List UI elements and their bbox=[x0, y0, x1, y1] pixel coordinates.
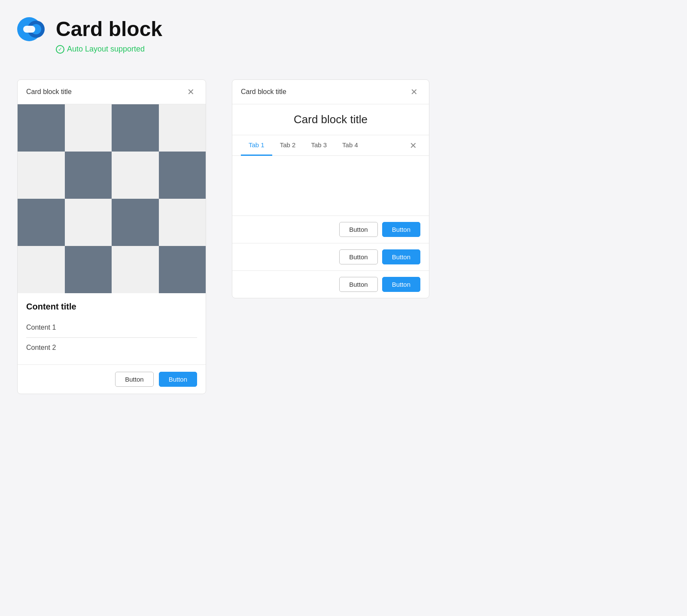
tab-1[interactable]: Tab 1 bbox=[241, 135, 272, 156]
checker-cell-light bbox=[112, 152, 159, 199]
checker-cell-dark bbox=[18, 104, 65, 152]
right-card-big-title: Card block title bbox=[241, 113, 420, 126]
auto-layout-label: Auto Layout supported bbox=[67, 45, 145, 54]
header-top: Card block bbox=[17, 17, 670, 41]
page-title: Card block bbox=[56, 19, 162, 39]
checker-cell-light bbox=[65, 199, 112, 246]
checker-cell-dark bbox=[65, 152, 112, 199]
right-card-close-button[interactable]: ✕ bbox=[408, 87, 420, 97]
checker-cell-dark bbox=[159, 246, 206, 293]
button-row-3: Button Button bbox=[232, 271, 429, 298]
button-row-2: Button Button bbox=[232, 243, 429, 271]
checker-cell-light bbox=[18, 246, 65, 293]
left-card-outline-button[interactable]: Button bbox=[115, 372, 153, 387]
tabs-close-button[interactable]: ✕ bbox=[406, 139, 420, 152]
right-card-header-title: Card block title bbox=[241, 88, 286, 96]
page-header: Card block ✓ Auto Layout supported bbox=[17, 17, 670, 54]
right-card: Card block title ✕ Card block title Tab … bbox=[232, 79, 429, 298]
content-item-2: Content 2 bbox=[26, 338, 197, 358]
content-item-1: Content 1 bbox=[26, 318, 197, 338]
checker-cell-light bbox=[159, 104, 206, 152]
left-card: Card block title ✕ Content title Content… bbox=[17, 79, 206, 394]
checker-cell-light bbox=[18, 152, 65, 199]
logo-icon bbox=[17, 17, 48, 41]
checker-cell-dark bbox=[112, 199, 159, 246]
checker-cell-light bbox=[159, 199, 206, 246]
check-circle-icon: ✓ bbox=[56, 45, 64, 54]
tab-4[interactable]: Tab 4 bbox=[334, 135, 366, 156]
checker-cell-dark bbox=[159, 152, 206, 199]
right-card-outline-button-2[interactable]: Button bbox=[339, 249, 377, 264]
content-title: Content title bbox=[26, 302, 197, 312]
right-card-outline-button-1[interactable]: Button bbox=[339, 222, 377, 237]
checker-cell-light bbox=[65, 104, 112, 152]
right-card-outline-button-3[interactable]: Button bbox=[339, 277, 377, 292]
tabs-section: Tab 1 Tab 2 Tab 3 Tab 4 ✕ bbox=[232, 135, 429, 156]
left-card-title: Card block title bbox=[26, 88, 72, 96]
right-card-primary-button-3[interactable]: Button bbox=[382, 277, 420, 292]
right-card-primary-button-1[interactable]: Button bbox=[382, 222, 420, 237]
checker-cell-light bbox=[112, 246, 159, 293]
button-row-1: Button Button bbox=[232, 216, 429, 243]
checker-cell-dark bbox=[65, 246, 112, 293]
right-card-header: Card block title ✕ bbox=[232, 80, 429, 104]
tab-content-area bbox=[232, 156, 429, 216]
right-card-primary-button-2[interactable]: Button bbox=[382, 249, 420, 264]
left-card-close-button[interactable]: ✕ bbox=[185, 87, 197, 97]
cards-container: Card block title ✕ Content title Content… bbox=[17, 79, 670, 394]
checkerboard bbox=[18, 104, 206, 293]
auto-layout-badge: ✓ Auto Layout supported bbox=[56, 45, 670, 54]
checker-cell-dark bbox=[112, 104, 159, 152]
left-card-footer: Button Button bbox=[18, 364, 206, 394]
checker-cell-dark bbox=[18, 199, 65, 246]
right-card-big-title-section: Card block title bbox=[232, 104, 429, 135]
tab-3[interactable]: Tab 3 bbox=[303, 135, 334, 156]
svg-rect-3 bbox=[23, 26, 35, 33]
tab-2[interactable]: Tab 2 bbox=[272, 135, 304, 156]
left-card-body: Content title Content 1 Content 2 bbox=[18, 293, 206, 358]
left-card-primary-button[interactable]: Button bbox=[159, 372, 197, 387]
left-card-header: Card block title ✕ bbox=[18, 80, 206, 104]
